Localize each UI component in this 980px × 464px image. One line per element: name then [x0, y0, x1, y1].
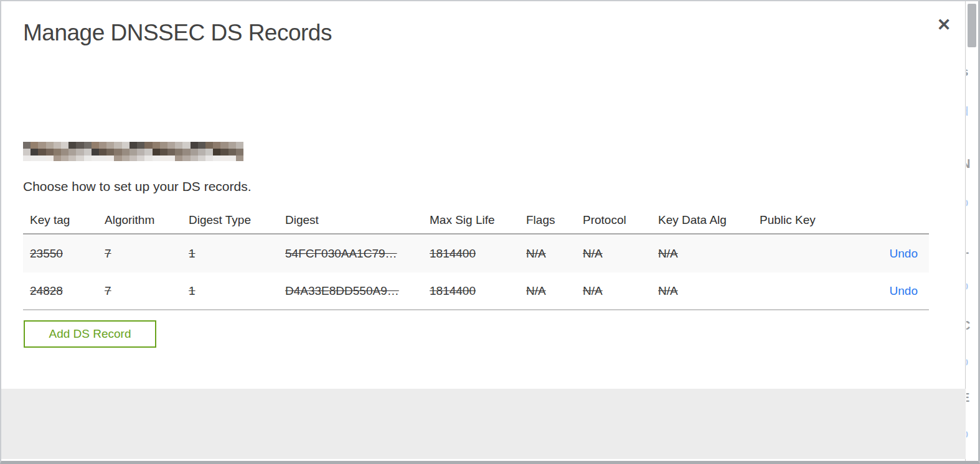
table-cell: N/A [576, 247, 651, 261]
manage-dnssec-modal: Manage DNSSEC DS Records ✕ Choose how to… [1, 1, 966, 463]
table-cell: N/A [519, 247, 576, 261]
background-text-fragment: L [966, 243, 976, 256]
close-icon[interactable]: ✕ [933, 14, 955, 36]
page-title: Manage DNSSEC DS Records [23, 20, 332, 46]
table-cell: Undo [840, 247, 929, 261]
background-text-fragment: o [966, 427, 976, 440]
table-row: 235507154FCF030AA1C79…1814400N/AN/AN/AUn… [23, 234, 929, 272]
table-cell: N/A [651, 247, 753, 261]
add-ds-record-button[interactable]: Add DS Record [24, 320, 156, 348]
column-header: Max Sig Life [423, 213, 519, 227]
table-cell: 54FCF030AA1C79… [278, 247, 423, 261]
modal-footer: Save Cancel [1, 389, 966, 459]
background-text-fragment: o [966, 355, 976, 368]
background-text-fragment: o [966, 279, 976, 292]
table-cell: 1 [182, 247, 278, 261]
table-header-row: Key tagAlgorithmDigest TypeDigestMax Sig… [23, 206, 929, 234]
background-text-fragment: s [966, 65, 976, 78]
table-cell: 24828 [23, 284, 98, 298]
column-header: Digest Type [182, 213, 278, 227]
column-header: Public Key [753, 213, 840, 227]
table-cell: D4A33E8DD550A9… [278, 284, 423, 298]
table-cell: 23550 [23, 247, 98, 261]
table-cell: 1 [182, 284, 278, 298]
setup-instruction-text: Choose how to set up your DS records. [23, 179, 252, 194]
table-cell: N/A [576, 284, 651, 298]
column-header: Key Data Alg [651, 213, 753, 227]
column-header: Algorithm [98, 213, 182, 227]
table-cell: 7 [98, 247, 182, 261]
undo-link[interactable]: Undo [890, 284, 918, 297]
table-cell: N/A [651, 284, 753, 298]
scrollbar-thumb[interactable] [968, 4, 976, 47]
domain-name-redacted [23, 142, 243, 161]
column-header: Key tag [23, 213, 98, 227]
column-header: Protocol [576, 213, 651, 227]
table-cell: 7 [98, 284, 182, 298]
background-text-fragment: E [966, 391, 976, 404]
column-header: Flags [519, 213, 576, 227]
table-cell: Undo [840, 284, 929, 298]
background-page-sliver: sdNoLoCoEo [966, 0, 978, 464]
table-cell: N/A [519, 284, 576, 298]
ds-records-table: Key tagAlgorithmDigest TypeDigestMax Sig… [23, 206, 929, 310]
background-text-fragment: d [966, 104, 976, 118]
column-header: Digest [278, 213, 423, 227]
table-row: 2482871D4A33E8DD550A9…1814400N/AN/AN/AUn… [23, 272, 929, 310]
background-text-fragment: C [966, 318, 976, 332]
background-text-fragment: o [966, 195, 976, 209]
table-cell: 1814400 [423, 247, 519, 261]
table-cell: 1814400 [423, 284, 519, 298]
undo-link[interactable]: Undo [890, 247, 918, 260]
background-text-fragment: N [966, 157, 976, 170]
